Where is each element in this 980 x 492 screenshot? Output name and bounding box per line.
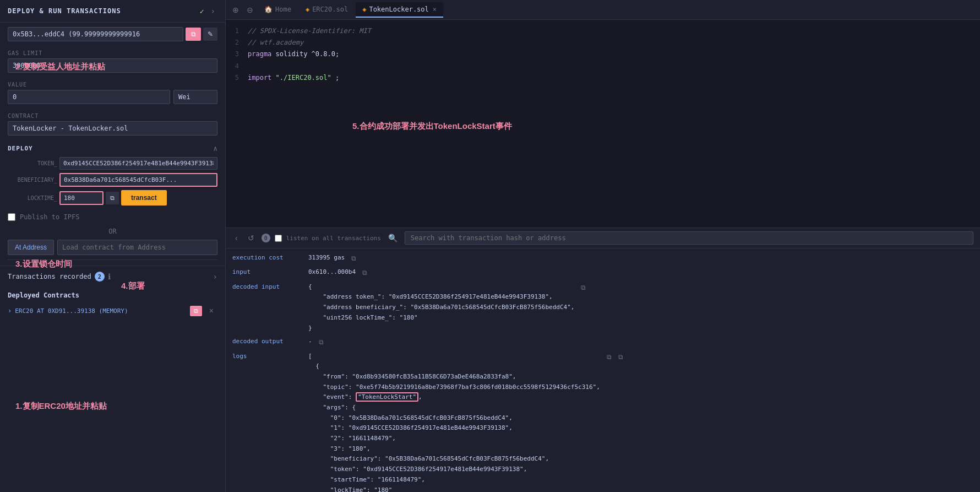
copy-decoded-input-icon[interactable]: ⧉ (581, 282, 586, 333)
divider (8, 259, 217, 260)
copy-logs-icon[interactable]: ⧉ (607, 352, 612, 492)
code-area: 1 // SPDX-License-Identifier: MIT 2 // w… (226, 20, 980, 228)
token-param-input[interactable] (59, 157, 217, 170)
info-icon[interactable]: ℹ (108, 272, 111, 281)
deployed-item-arrow[interactable]: › (8, 307, 12, 315)
publish-ipfs-checkbox[interactable] (8, 213, 15, 221)
tx-search-input[interactable] (405, 231, 973, 245)
account-row: 0x5B3...eddC4 (99.99999999999916 ⧉ ✎ (8, 27, 217, 41)
deploy-label: DEPLOY (8, 145, 33, 152)
copy-logs-icon-2[interactable]: ⧉ (618, 352, 623, 492)
listen-all-checkbox[interactable] (275, 235, 282, 242)
tab-home-label: Home (275, 6, 291, 13)
line-content-2: // wtf.academy (248, 37, 303, 48)
line-num-1: 1 (226, 26, 248, 36)
publish-ipfs-label: Publish to IPFS (20, 213, 79, 221)
log-refresh-button[interactable]: ↺ (245, 233, 257, 244)
tab-home[interactable]: 🏠 Home (258, 2, 298, 18)
event-name-highlight: "TokenLockStart" (356, 392, 418, 402)
line-content-3: pragma solidity ^0.8.0; (248, 49, 339, 60)
gas-limit-label: GAS LIMIT (8, 50, 217, 56)
zoom-out-button[interactable]: ⊖ (243, 3, 257, 17)
deploy-chevron-icon: ∧ (213, 144, 217, 153)
at-address-button[interactable]: At Address (8, 240, 54, 255)
line-content-5: import "./IERC20.sol" ; (248, 73, 339, 83)
log-val-decoded-output: - (308, 337, 312, 348)
line-num-2: 2 (226, 37, 248, 48)
deployed-copy-button[interactable]: ⧉ (190, 306, 202, 316)
deployed-item: › ERC20 AT 0XD91...39138 (MEMORY) ⧉ × (8, 302, 217, 319)
tokenlocker-tab-icon: ◈ (362, 6, 366, 13)
tab-close-icon[interactable]: × (433, 6, 437, 13)
beneficiary-param-input[interactable] (59, 173, 217, 187)
tx-recorded-badge: 2 (95, 272, 105, 282)
line-num-5: 5 (226, 73, 248, 83)
contract-label: CONTRACT (8, 113, 217, 119)
tab-erc20-label: ERC20.sol (312, 6, 348, 13)
deployed-contracts-title: Deployed Contracts (8, 291, 217, 299)
value-section: VALUE Wei Gwei Ether (0, 77, 225, 109)
copy-execution-cost-icon[interactable]: ⧉ (351, 253, 356, 264)
tx-recorded-label: Transactions recorded (8, 273, 91, 280)
log-val-input: 0x610...000b4 (308, 267, 356, 278)
token-param-row: TOKEN_ (0, 157, 225, 170)
code-line-1: 1 // SPDX-License-Identifier: MIT (226, 25, 980, 37)
log-row-input: input 0x610...000b4 ⧉ (232, 267, 973, 278)
log-count-badge: 0 (262, 234, 270, 242)
right-panel: 5.合约成功部署并发出TokenLockStart事件 ⊕ ⊖ 🏠 Home ◈… (226, 0, 980, 492)
tab-erc20[interactable]: ◈ ERC20.sol (299, 2, 355, 18)
locktime-param-input[interactable] (59, 191, 104, 205)
code-line-4: 4 (226, 61, 980, 72)
locktime-param-row: LOCKTIME_ ⧉ transact (0, 190, 225, 206)
chevron-right-icon[interactable]: › (209, 6, 217, 17)
gas-limit-input[interactable] (8, 58, 217, 73)
panel-header-icons: ✓ › (200, 6, 217, 17)
panel-header: DEPLOY & RUN TRANSACTIONS ✓ › (0, 0, 225, 23)
line-num-4: 4 (226, 61, 248, 72)
copy-decoded-output-icon[interactable]: ⧉ (319, 337, 324, 348)
copy-locktime-button[interactable]: ⧉ (106, 192, 119, 204)
panel-title: DEPLOY & RUN TRANSACTIONS (8, 7, 121, 15)
log-val-logs: [ { "from": "0xd8b934580fcB35a11B58C6D73… (308, 352, 600, 492)
publish-ipfs-row: Publish to IPFS (0, 209, 225, 225)
unit-select[interactable]: Wei Gwei Ether (173, 90, 217, 104)
erc20-tab-icon: ◈ (306, 6, 309, 13)
contract-select[interactable]: TokenLocker - TokenLocker.sol (8, 121, 217, 136)
log-search-icon-button[interactable]: 🔍 (385, 233, 400, 244)
at-address-row: At Address (0, 237, 225, 257)
log-chevron-button[interactable]: ‹ (232, 233, 241, 244)
value-label: VALUE (8, 82, 217, 88)
tab-bar: ⊕ ⊖ 🏠 Home ◈ ERC20.sol ◈ TokenLocker.sol… (226, 0, 980, 20)
copy-input-icon[interactable]: ⧉ (362, 267, 367, 278)
code-line-2: 2 // wtf.academy (226, 37, 980, 48)
check-icon[interactable]: ✓ (200, 7, 204, 15)
left-panel: 2.复制受益人地址并粘贴 3.设置锁仓时间 4.部署 1.复制ERC20地址并粘… (0, 0, 226, 492)
load-contract-input[interactable] (57, 240, 217, 255)
account-select[interactable]: 0x5B3...eddC4 (99.99999999999916 (8, 27, 183, 41)
deploy-header[interactable]: DEPLOY ∧ (0, 140, 225, 157)
line-num-3: 3 (226, 49, 248, 60)
tab-tokenlocker[interactable]: ◈ TokenLocker.sol × (356, 2, 443, 18)
code-lines: 1 // SPDX-License-Identifier: MIT 2 // w… (226, 20, 980, 228)
zoom-in-button[interactable]: ⊕ (229, 3, 242, 17)
log-val-execution-cost: 313995 gas (308, 253, 345, 264)
transact-button[interactable]: transact (121, 190, 167, 206)
deployed-item-label: ERC20 AT 0XD91...39138 (MEMORY) (15, 307, 187, 315)
log-key-decoded-output: decoded output (232, 337, 304, 348)
tx-log-header: ‹ ↺ 0 listen on all transactions 🔍 (226, 228, 980, 248)
gas-limit-section: GAS LIMIT (0, 46, 225, 77)
account-section: 0x5B3...eddC4 (99.99999999999916 ⧉ ✎ (0, 23, 225, 46)
value-input[interactable] (8, 90, 170, 104)
listen-all-label: listen on all transactions (286, 235, 381, 242)
edit-account-button[interactable]: ✎ (203, 28, 217, 41)
tx-recorded-chevron[interactable]: › (213, 272, 217, 281)
deployed-close-button[interactable]: × (205, 305, 217, 317)
or-divider: OR (0, 225, 225, 237)
log-row-logs: logs [ { "from": "0xd8b934580fcB35a11B58… (232, 352, 973, 492)
tx-log: ‹ ↺ 0 listen on all transactions 🔍 execu… (226, 228, 980, 492)
log-row-execution-cost: execution cost 313995 gas ⧉ (232, 253, 973, 264)
copy-account-button[interactable]: ⧉ (186, 28, 201, 41)
code-line-5: 5 import "./IERC20.sol" ; (226, 72, 980, 84)
beneficiary-param-label: BENEFICIARY_ (8, 177, 57, 183)
home-icon: 🏠 (264, 6, 273, 13)
